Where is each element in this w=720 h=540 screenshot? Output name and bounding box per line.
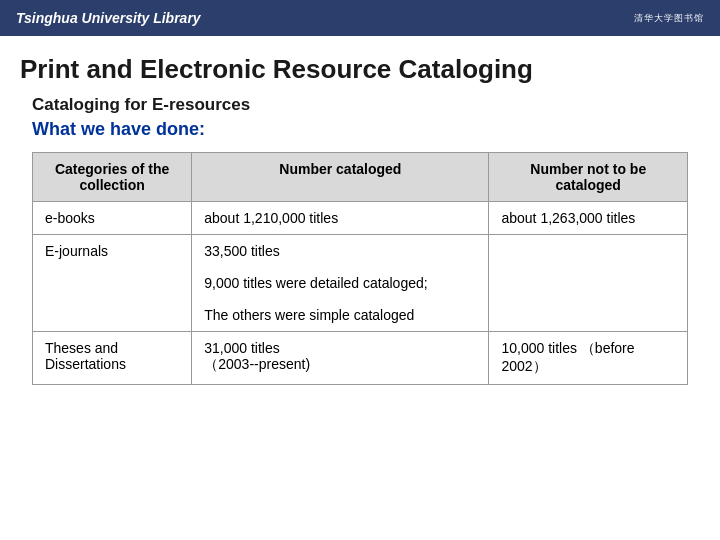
header-logo: 清华大学图书馆 (624, 6, 704, 30)
cell-cataloged-3: 31,000 titles （2003--present) (192, 332, 489, 385)
table-header-row: Categories of the collection Number cata… (33, 153, 688, 202)
section-heading: What we have done: (32, 119, 688, 140)
cataloged-line2: 9,000 titles were detailed cataloged; (204, 275, 476, 291)
main-section: Cataloging for E-resources What we have … (0, 95, 720, 385)
cell-category-3: Theses and Dissertations (33, 332, 192, 385)
header-title: Tsinghua University Library (16, 10, 201, 26)
cataloged-titles: 31,000 titles (204, 340, 476, 356)
section-subtitle: Cataloging for E-resources (32, 95, 688, 115)
col-header-categories: Categories of the collection (33, 153, 192, 202)
table-row: E-journals 33,500 titles 9,000 titles we… (33, 235, 688, 332)
page-title: Print and Electronic Resource Cataloging (0, 36, 720, 95)
logo-text: 清华大学图书馆 (634, 12, 704, 25)
cataloged-line1: 33,500 titles (204, 243, 476, 259)
col-header-not-cataloged: Number not to be cataloged (489, 153, 688, 202)
cell-category-2: E-journals (33, 235, 192, 332)
cell-cataloged-1: about 1,210,000 titles (192, 202, 489, 235)
cell-not-cataloged-2 (489, 235, 688, 332)
cell-category-1: e-books (33, 202, 192, 235)
cell-cataloged-2: 33,500 titles 9,000 titles were detailed… (192, 235, 489, 332)
col-header-cataloged: Number cataloged (192, 153, 489, 202)
cataloged-line3: The others were simple cataloged (204, 307, 476, 323)
cell-not-cataloged-3: 10,000 titles （before 2002） (489, 332, 688, 385)
cataloged-years: （2003--present) (204, 356, 476, 374)
header-bar: Tsinghua University Library 清华大学图书馆 (0, 0, 720, 36)
table-row: Theses and Dissertations 31,000 titles （… (33, 332, 688, 385)
catalog-table: Categories of the collection Number cata… (32, 152, 688, 385)
cell-not-cataloged-1: about 1,263,000 titles (489, 202, 688, 235)
table-row: e-books about 1,210,000 titles about 1,2… (33, 202, 688, 235)
